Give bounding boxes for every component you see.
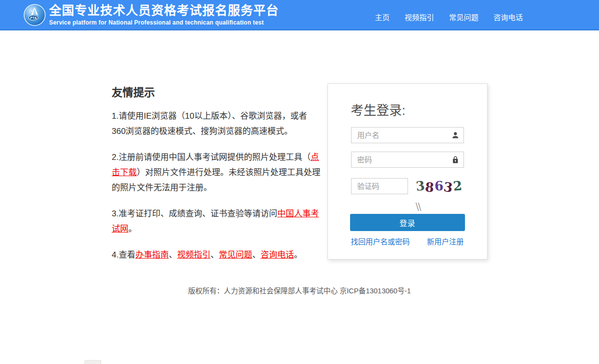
nav-home[interactable]: 主页 (375, 13, 390, 22)
password-input[interactable] (351, 152, 464, 168)
phone-link[interactable]: 咨询电话 (261, 250, 294, 260)
lock-icon (451, 156, 460, 164)
tip-item-4: 4.查看办事指南、视频指引、常见问题、咨询电话。 (112, 247, 321, 262)
login-button[interactable]: 登录 (350, 214, 465, 231)
tip3-post: 。 (129, 224, 137, 234)
password-row (351, 152, 464, 168)
username-row (351, 127, 464, 143)
tip2-post: ）对照片文件进行处理。未经该照片处理工具处理的照片文件无法用于注册。 (112, 168, 321, 192)
faq-link[interactable]: 常见问题 (219, 250, 252, 260)
tip-item-1: 1.请使用IE浏览器（10以上版本）、谷歌浏览器，或者360浏览器的极速模式、搜… (112, 108, 321, 139)
header-nav: 主页 视频指引 常见问题 咨询电话 (362, 12, 523, 22)
login-links: 找回用户名或密码 新用户注册 (351, 236, 464, 246)
site-title: 全国专业技术人员资格考试报名服务平台 (49, 3, 279, 18)
nav-phone[interactable]: 咨询电话 (493, 13, 523, 22)
friendly-tips: 友情提示 1.请使用IE浏览器（10以上版本）、谷歌浏览器，或者360浏览器的极… (112, 83, 321, 262)
captcha-image[interactable]: 38632\\ (416, 176, 464, 196)
page-bottom-artifact (84, 360, 101, 364)
captcha-row: 38632\\ (351, 176, 464, 196)
tip4-sep2: 、 (211, 250, 219, 260)
login-title: 考生登录: (351, 100, 464, 118)
user-icon (451, 131, 460, 139)
tip4-sep3: 、 (252, 250, 261, 260)
forgot-credentials-link[interactable]: 找回用户名或密码 (351, 236, 410, 246)
tip4-sep1: 、 (169, 250, 177, 260)
tips-heading: 友情提示 (112, 83, 321, 99)
login-panel: 考生登录: 38632\\ (327, 83, 488, 260)
copyright-footer: 版权所有：人力资源和社会保障部人事考试中心 京ICP备13013060号-1 (0, 285, 599, 295)
captcha-digits: 38632 (416, 179, 463, 193)
video-guide-link[interactable]: 视频指引 (177, 250, 211, 260)
captcha-input[interactable] (351, 178, 408, 194)
site-subtitle: Service platform for National Profession… (49, 19, 279, 26)
tip2-pre: 2.注册前请使用中国人事考试网提供的照片处理工具（ (112, 153, 311, 162)
top-header: PTA 全国专业技术人员资格考试报名服务平台 Service platform … (0, 0, 599, 30)
tip-item-3: 3.准考证打印、成绩查询、证书查验等请访问中国人事考试网。 (112, 206, 321, 236)
tip1-text: 1.请使用IE浏览器（10以上版本）、谷歌浏览器，或者360浏览器的极速模式、搜… (112, 111, 307, 136)
tip4-post: 。 (294, 250, 302, 260)
nav-video-guide[interactable]: 视频指引 (405, 13, 434, 22)
tip3-pre: 3.准考证打印、成绩查询、证书查验等请访问 (112, 209, 277, 218)
captcha-noise-marks: \\ (416, 201, 420, 212)
tip4-pre: 4.查看 (112, 250, 136, 260)
svg-text:PTA: PTA (30, 16, 36, 20)
tip-item-2: 2.注册前请使用中国人事考试网提供的照片处理工具（点击下载）对照片文件进行处理。… (112, 150, 321, 195)
nav-faq[interactable]: 常见问题 (449, 13, 479, 22)
main-content: 友情提示 1.请使用IE浏览器（10以上版本）、谷歌浏览器，或者360浏览器的极… (112, 30, 488, 262)
register-link[interactable]: 新用户注册 (427, 236, 463, 246)
username-input[interactable] (351, 127, 464, 143)
pta-logo-icon: PTA (24, 4, 46, 26)
brand-block: 全国专业技术人员资格考试报名服务平台 Service platform for … (49, 3, 279, 26)
service-guide-link[interactable]: 办事指南 (136, 250, 169, 260)
